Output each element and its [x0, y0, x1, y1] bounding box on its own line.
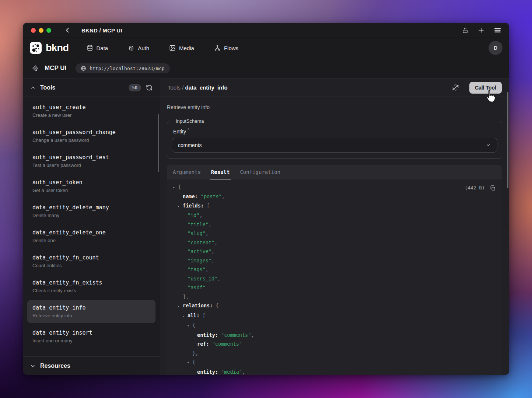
nav-item-label: Media: [179, 45, 194, 51]
database-icon: [87, 45, 93, 51]
result-meta: (442 B): [465, 184, 496, 193]
traffic-lights: [31, 28, 51, 33]
back-button[interactable]: [64, 27, 71, 34]
input-schema-fieldset: InputSchema Entity * comments: [167, 118, 502, 159]
tool-description: Delete many: [32, 213, 150, 219]
collapse-arrow-icon[interactable]: ▾: [182, 312, 188, 321]
nav-item-data[interactable]: Data: [87, 45, 108, 51]
entity-select-value: comments: [178, 142, 202, 148]
json-line: },: [173, 349, 496, 358]
tool-name: auth_user_create: [32, 104, 150, 111]
collapse-arrow-icon[interactable]: ▾: [187, 358, 192, 367]
json-line: name: "posts",: [173, 192, 496, 201]
tools-section-header[interactable]: Tools 50: [23, 78, 160, 97]
server-url: http://localhost:28623/mcp: [90, 66, 165, 71]
collapse-arrow-icon[interactable]: ▾: [178, 202, 183, 211]
app-window: BKND / MCP UI: [23, 23, 509, 375]
json-line: ▾{: [173, 182, 496, 192]
fingerprint-icon: [128, 45, 134, 51]
sidebar-item-data_entity_fn_count[interactable]: data_entity_fn_count Count entities: [27, 250, 155, 273]
lock-open-icon[interactable]: [462, 27, 468, 34]
breadcrumb-separator: /: [181, 84, 185, 91]
call-tool-button[interactable]: Call Tool: [469, 82, 502, 94]
breadcrumb-section[interactable]: Tools: [168, 84, 181, 91]
tool-description: Count entities: [32, 263, 150, 269]
result-size: (442 B): [465, 184, 485, 193]
json-line: "images",: [173, 256, 496, 265]
resources-section-title: Resources: [40, 363, 70, 369]
titlebar: BKND / MCP UI: [23, 23, 509, 38]
json-line: ▾{: [173, 357, 496, 367]
result-panel: Arguments Result Configuration (442 B) ▾…: [167, 165, 502, 375]
server-url-pill[interactable]: http://localhost:28623/mcp: [76, 63, 170, 73]
tool-description: Retrieve entity info: [32, 313, 150, 319]
resources-section-header[interactable]: Resources: [23, 356, 160, 375]
main-header: Tools / data_entity_info Call Tool: [160, 78, 509, 97]
sidebar-item-data_entity_insert[interactable]: data_entity_insert Insert one or many: [27, 325, 155, 348]
input-schema-legend: InputSchema: [174, 118, 206, 124]
json-line: "tags",: [173, 265, 496, 274]
sidebar-item-auth_user_token[interactable]: auth_user_token Get a user token: [27, 175, 155, 198]
new-tab-button[interactable]: [478, 27, 484, 34]
nav-item-label: Auth: [138, 45, 149, 51]
collapse-arrow-icon[interactable]: ▾: [173, 183, 178, 192]
tool-description: Get a user token: [32, 188, 150, 193]
main-scrollbar[interactable]: [507, 92, 508, 188]
json-line: ▾{: [173, 321, 496, 331]
required-mark: *: [188, 128, 189, 132]
mcp-icon: [32, 64, 39, 72]
subheader: MCP UI http://localhost:28623/mcp: [23, 58, 509, 78]
sidebar-item-auth_user_password_change[interactable]: auth_user_password_change Change a user'…: [27, 125, 155, 148]
json-line: entity: "comments",: [173, 331, 496, 340]
tool-description: Change a user's password: [32, 137, 150, 143]
tool-name: data_entity_fn_exists: [32, 279, 150, 286]
refresh-off-icon[interactable]: [452, 84, 459, 91]
tab-configuration[interactable]: Configuration: [240, 165, 280, 179]
user-avatar[interactable]: D: [489, 41, 503, 55]
tool-name: data_entity_delete_one: [32, 229, 150, 236]
brand-logo[interactable]: bknd: [29, 42, 69, 54]
sidebar-scrollbar[interactable]: [158, 114, 159, 172]
nav-item-auth[interactable]: Auth: [128, 45, 149, 51]
json-line: "active",: [173, 247, 496, 256]
maximize-window-button[interactable]: [46, 28, 51, 33]
sidebar-item-data_entity_delete_one[interactable]: data_entity_delete_one Delete one: [27, 225, 155, 248]
tool-name: data_entity_info: [32, 304, 150, 311]
entity-select[interactable]: comments: [172, 138, 497, 153]
nav-item-label: Flows: [224, 45, 238, 51]
json-tree: (442 B) ▾{name: "posts",▾fields: ["id","…: [167, 179, 502, 375]
json-line: "title",: [173, 220, 496, 229]
nav-item-media[interactable]: Media: [169, 45, 194, 51]
refresh-tools-button[interactable]: [146, 84, 153, 91]
copy-button[interactable]: [490, 185, 496, 191]
entity-field-label: Entity *: [173, 128, 497, 135]
tool-name: data_entity_delete_many: [32, 204, 150, 211]
close-window-button[interactable]: [31, 28, 36, 33]
json-line: ref: "comments": [173, 339, 496, 349]
json-line: "slug",: [173, 229, 496, 238]
sidebar-item-auth_user_create[interactable]: auth_user_create Create a new user: [27, 100, 155, 123]
sidebar-item-data_entity_fn_exists[interactable]: data_entity_fn_exists Check if entity ex…: [27, 275, 155, 298]
json-line: "users_id",: [173, 274, 496, 283]
tab-row: Arguments Result Configuration: [167, 165, 502, 179]
sidebar-item-data_entity_info[interactable]: data_entity_info Retrieve entity info: [27, 300, 155, 323]
minimize-window-button[interactable]: [39, 28, 43, 33]
sidebar-item-data_entity_delete_many[interactable]: data_entity_delete_many Delete many: [27, 200, 155, 223]
tool-name: auth_user_token: [32, 179, 150, 186]
tab-arguments[interactable]: Arguments: [173, 165, 201, 179]
globe-icon: [81, 66, 86, 71]
nav-item-flows[interactable]: Flows: [214, 45, 238, 51]
collapse-arrow-icon[interactable]: ▾: [187, 321, 192, 331]
menu-button[interactable]: [494, 27, 501, 33]
chevron-down-icon: [30, 363, 35, 369]
nav-item-label: Data: [97, 45, 108, 51]
window-title: BKND / MCP UI: [81, 27, 122, 34]
sidebar-item-auth_user_password_test[interactable]: auth_user_password_test Test a user's pa…: [27, 150, 155, 173]
json-line: entity: "media",: [173, 367, 496, 375]
main-body: Retrieve entity info InputSchema Entity …: [160, 97, 509, 375]
tool-description: Retrieve entity info: [167, 104, 502, 110]
tools-section-title: Tools: [40, 84, 55, 91]
tab-result[interactable]: Result: [211, 165, 230, 179]
content-area: Tools 50 auth_user_create Create a new u…: [23, 78, 509, 375]
collapse-arrow-icon[interactable]: ▾: [178, 302, 183, 311]
